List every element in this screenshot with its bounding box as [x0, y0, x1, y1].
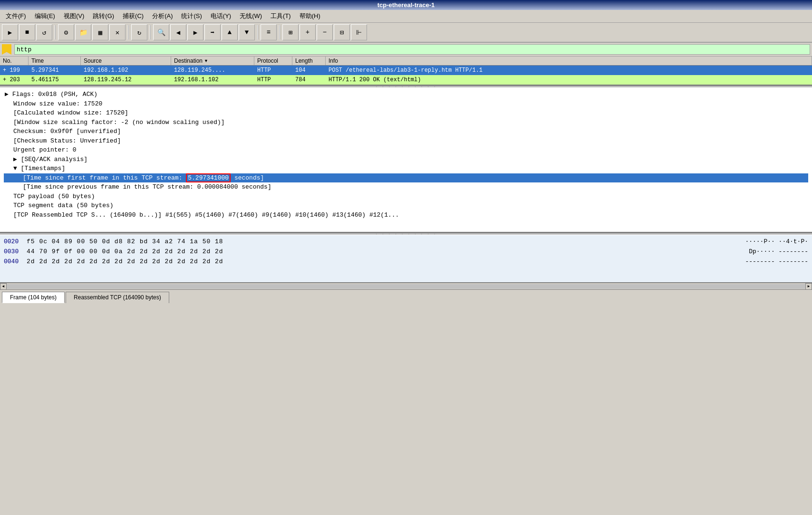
- toolbar-btn-forward[interactable]: ▶: [187, 24, 203, 40]
- filter-bar: [0, 43, 812, 57]
- detail-line: ▶ [SEQ/ACK analysis]: [4, 155, 808, 164]
- toolbar-btn-restart[interactable]: ↺: [36, 24, 52, 40]
- hex-ascii: -------- --------: [745, 257, 808, 267]
- toolbar: ▶■↺⚙📁▦✕↻🔍◀▶➡▲▼≡⊞+−⊟⊩: [0, 23, 812, 43]
- menu-item-capture[interactable]: 捕获(C): [119, 11, 147, 21]
- packet-list: No. Time Source Destination ▼ Protocol L…: [0, 57, 812, 86]
- menu-item-tools[interactable]: 工具(T): [267, 11, 295, 21]
- packet-cell-no: + 203: [0, 76, 29, 83]
- menu-item-edit[interactable]: 编辑(E): [31, 11, 59, 21]
- toolbar-separator-8: [150, 25, 151, 39]
- packet-cell-len: 104: [292, 67, 326, 74]
- toolbar-btn-close[interactable]: ✕: [109, 24, 126, 40]
- hex-row: 00402d 2d 2d 2d 2d 2d 2d 2d 2d 2d 2d 2d …: [4, 257, 808, 267]
- menu-item-file[interactable]: 文件(F): [2, 11, 30, 21]
- detail-line: [TCP Reassembled TCP S... (164090 b...)]…: [4, 210, 808, 220]
- hex-offset: 0030: [4, 247, 23, 257]
- tab-0[interactable]: Frame (104 bytes): [2, 292, 65, 303]
- toolbar-btn-options[interactable]: ⚙: [58, 24, 74, 40]
- packet-row[interactable]: + 1995.297341192.168.1.102128.119.245...…: [0, 66, 812, 75]
- menu-item-go[interactable]: 跳转(G): [89, 11, 118, 21]
- toolbar-btn-resize-cols[interactable]: ⊩: [351, 24, 367, 40]
- packet-cell-info: HTTP/1.1 200 OK (text/html): [326, 76, 812, 83]
- menu-item-telephony[interactable]: 电话(Y): [207, 11, 235, 21]
- packet-list-header: No. Time Source Destination ▼ Protocol L…: [0, 57, 812, 66]
- toolbar-btn-colorize[interactable]: ≡: [261, 24, 277, 40]
- toolbar-separator-14: [257, 25, 258, 39]
- filter-bookmark-icon[interactable]: [2, 44, 11, 55]
- toolbar-btn-zoom-fit[interactable]: ⊟: [334, 24, 350, 40]
- toolbar-btn-zoom-out[interactable]: −: [317, 24, 333, 40]
- packet-cell-no: + 199: [0, 67, 29, 74]
- scroll-left-arrow[interactable]: ◄: [0, 283, 7, 290]
- detail-line: [Time since previous frame in this TCP s…: [4, 182, 808, 192]
- toolbar-btn-down[interactable]: ▼: [239, 24, 255, 40]
- hex-bytes: 44 70 9f 0f 00 00 0d 0a 2d 2d 2d 2d 2d 2…: [27, 247, 745, 257]
- scroll-track[interactable]: [7, 284, 805, 289]
- toolbar-separator-3: [55, 25, 56, 39]
- scroll-right-arrow[interactable]: ►: [805, 283, 812, 290]
- toolbar-btn-zoom-in[interactable]: +: [300, 24, 316, 40]
- detail-line: [Window size scaling factor: -2 (no wind…: [4, 118, 808, 127]
- hex-bytes: f5 0c 04 89 00 50 0d d8 82 bd 34 a2 74 1…: [27, 237, 741, 247]
- horizontal-scrollbar[interactable]: ◄ ►: [0, 283, 812, 289]
- timestamp-highlight: 5.297341000: [186, 173, 231, 182]
- col-header-time[interactable]: Time: [29, 57, 81, 65]
- detail-line: [Calculated window size: 17520]: [4, 108, 808, 118]
- detail-line: ▶ Flags: 0x018 (PSH, ACK): [4, 90, 808, 99]
- tab-1[interactable]: Reassembled TCP (164090 bytes): [66, 292, 169, 303]
- col-header-length[interactable]: Length: [292, 57, 326, 65]
- detail-line: TCP payload (50 bytes): [4, 192, 808, 201]
- menu-bar: 文件(F)编辑(E)视图(V)跳转(G)捕获(C)分析(A)统计(S)电话(Y)…: [0, 10, 812, 23]
- window-title: tcp-ethereal-trace-1: [377, 1, 435, 9]
- toolbar-btn-save[interactable]: ▦: [92, 24, 108, 40]
- menu-item-help[interactable]: 帮助(H): [296, 11, 324, 21]
- packet-cell-time: 5.461175: [29, 76, 81, 83]
- col-header-destination[interactable]: Destination ▼: [171, 57, 254, 65]
- toolbar-btn-stop[interactable]: ■: [19, 24, 35, 40]
- detail-line: Checksum: 0x9f0f [unverified]: [4, 127, 808, 136]
- toolbar-btn-reload[interactable]: ↻: [131, 24, 147, 40]
- hex-row: 003044 70 9f 0f 00 00 0d 0a 2d 2d 2d 2d …: [4, 247, 808, 257]
- detail-line: TCP segment data (50 bytes): [4, 201, 808, 210]
- hex-offset: 0020: [4, 237, 23, 247]
- packet-cell-dest: 192.168.1.102: [171, 76, 254, 83]
- detail-line: [Checksum Status: Unverified]: [4, 136, 808, 146]
- sort-icon: ▼: [204, 58, 208, 63]
- detail-line: [Time since first frame in this TCP stre…: [4, 173, 808, 183]
- packet-details: ▶ Flags: 0x018 (PSH, ACK)Window size val…: [0, 88, 812, 233]
- hex-dump: 0020f5 0c 04 89 00 50 0d d8 82 bd 34 a2 …: [0, 235, 812, 283]
- packet-cell-dest: 128.119.245....: [171, 67, 254, 74]
- menu-item-analyze[interactable]: 分析(A): [148, 11, 176, 21]
- detail-line: ▼ [Timestamps]: [4, 164, 808, 173]
- detail-line: Urgent pointer: 0: [4, 145, 808, 155]
- menu-item-view[interactable]: 视图(V): [60, 11, 88, 21]
- toolbar-btn-up[interactable]: ▲: [222, 24, 238, 40]
- toolbar-btn-autosize[interactable]: ⊞: [282, 24, 299, 40]
- filter-input[interactable]: [14, 44, 810, 55]
- packet-cell-info: POST /ethereal-labs/lab3-1-reply.htm HTT…: [326, 67, 812, 74]
- col-header-protocol[interactable]: Protocol: [254, 57, 292, 65]
- toolbar-btn-goto[interactable]: ➡: [204, 24, 221, 40]
- menu-item-statistics[interactable]: 统计(S): [177, 11, 205, 21]
- toolbar-btn-search[interactable]: 🔍: [153, 24, 169, 40]
- packet-cell-source: 192.168.1.102: [81, 67, 171, 74]
- toolbar-btn-open[interactable]: 📁: [75, 24, 91, 40]
- toolbar-btn-start[interactable]: ▶: [2, 24, 18, 40]
- menu-item-wireless[interactable]: 无线(W): [236, 11, 266, 21]
- bottom-tabs: Frame (104 bytes)Reassembled TCP (164090…: [0, 289, 812, 303]
- title-bar: tcp-ethereal-trace-1: [0, 0, 812, 10]
- detail-line: Window size value: 17520: [4, 99, 808, 109]
- toolbar-btn-back[interactable]: ◀: [170, 24, 186, 40]
- hex-offset: 0040: [4, 257, 23, 267]
- packet-cell-time: 5.297341: [29, 67, 81, 74]
- packet-cell-len: 784: [292, 76, 326, 83]
- toolbar-separator-15: [279, 25, 280, 39]
- packet-cell-proto: HTTP: [254, 67, 292, 74]
- col-header-no[interactable]: No.: [0, 57, 29, 65]
- packet-row[interactable]: + 2035.461175128.119.245.12192.168.1.102…: [0, 75, 812, 85]
- packet-cell-source: 128.119.245.12: [81, 76, 171, 83]
- col-header-source[interactable]: Source: [81, 57, 171, 65]
- col-header-info[interactable]: Info: [326, 57, 812, 65]
- hex-row: 0020f5 0c 04 89 00 50 0d d8 82 bd 34 a2 …: [4, 237, 808, 247]
